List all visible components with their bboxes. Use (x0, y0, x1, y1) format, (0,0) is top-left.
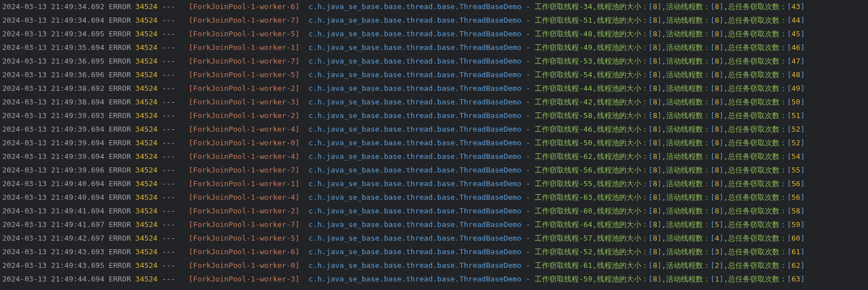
active-threads-value: 8 (715, 43, 719, 52)
spacer (522, 2, 526, 11)
spacer (175, 70, 188, 79)
msg-thread-prefix: 工作窃取线程-53, (535, 57, 596, 65)
spacer (299, 247, 308, 256)
pool-size-label: 线程池的大小： (597, 84, 649, 93)
active-threads-value: 8 (715, 138, 719, 147)
spacer (131, 70, 136, 79)
comma: , (662, 193, 666, 201)
bracket-close: ] (801, 125, 805, 133)
logger-class: c.h.java_se_base.base.thread.base.Thread… (308, 207, 522, 215)
spacer (104, 275, 109, 283)
msg-thread-prefix: 工作窃取线程-64, (535, 220, 596, 229)
comma: , (723, 261, 728, 270)
bracket-open: [ (787, 2, 791, 11)
logger-class: c.h.java_se_base.base.thread.base.Thread… (308, 220, 522, 229)
process-id: 34524 (136, 220, 158, 229)
steal-count-label: 总任务窃取次数： (728, 57, 787, 65)
spacer (131, 30, 136, 38)
active-threads-label: 活动线程数： (666, 98, 710, 106)
steal-count-value: 47 (791, 57, 801, 65)
log-level: ERROR (109, 193, 131, 201)
comma: , (723, 166, 728, 174)
steal-count-label: 总任务窃取次数： (728, 275, 787, 283)
msg-thread-prefix: 工作窃取线程-61, (535, 261, 596, 270)
bracket-close: ] (801, 152, 805, 161)
process-id: 34524 (136, 30, 158, 38)
steal-count-label: 总任务窃取次数： (728, 220, 787, 229)
bracket-close: ] (801, 261, 805, 270)
timestamp: 2024-03-13 21:49:38.692 (2, 84, 104, 93)
process-id: 34524 (136, 57, 158, 65)
comma: , (662, 179, 666, 188)
steal-count-value: 48 (791, 70, 801, 79)
timestamp: 2024-03-13 21:49:39.693 (2, 111, 104, 120)
spacer (104, 220, 109, 229)
spacer (175, 275, 188, 283)
thread-name: [ForkJoinPool-1-worker-5] (189, 70, 300, 79)
separator-dashes: --- (162, 220, 175, 229)
spacer (299, 98, 308, 106)
spacer (299, 111, 308, 120)
pool-size-label: 线程池的大小： (597, 98, 649, 106)
comma: , (723, 30, 728, 38)
bracket-close: ] (657, 30, 662, 38)
thread-name: [ForkJoinPool-1-worker-7] (189, 166, 300, 174)
log-line: 2024-03-13 21:49:40.694 ERROR 34524 --- … (2, 191, 866, 204)
pool-size-label: 线程池的大小： (597, 261, 649, 270)
msg-thread-prefix: 工作窃取线程-44, (535, 84, 596, 93)
spacer (104, 84, 109, 93)
log-level: ERROR (109, 43, 131, 52)
active-threads-label: 活动线程数： (666, 84, 710, 93)
bracket-close: ] (657, 166, 662, 174)
spacer (299, 234, 308, 242)
steal-count-value: 50 (791, 98, 801, 106)
comma: , (723, 84, 728, 93)
steal-count-value: 44 (791, 16, 801, 24)
steal-count-label: 总任务窃取次数： (728, 16, 787, 24)
logger-class: c.h.java_se_base.base.thread.base.Thread… (308, 166, 522, 174)
pool-size-label: 线程池的大小： (597, 193, 649, 201)
pool-size-label: 线程池的大小： (597, 247, 649, 256)
logger-class: c.h.java_se_base.base.thread.base.Thread… (308, 193, 522, 201)
timestamp: 2024-03-13 21:49:43.695 (2, 261, 104, 270)
spacer (131, 166, 136, 174)
bracket-close: ] (657, 70, 662, 79)
active-threads-value: 1 (715, 275, 719, 283)
comma: , (662, 247, 666, 256)
spacer (175, 193, 188, 201)
active-threads-value: 8 (715, 166, 719, 174)
thread-name: [ForkJoinPool-1-worker-6] (189, 247, 300, 256)
log-line: 2024-03-13 21:49:38.694 ERROR 34524 --- … (2, 95, 866, 109)
active-threads-label: 活动线程数： (666, 125, 710, 133)
comma: , (662, 84, 666, 93)
bracket-open: [ (710, 125, 715, 133)
active-threads-value: 8 (715, 30, 719, 38)
separator-dashes: --- (162, 166, 175, 174)
spacer (104, 16, 109, 24)
log-line: 2024-03-13 21:49:40.694 ERROR 34524 --- … (2, 177, 866, 191)
spacer (131, 125, 136, 133)
spacer (522, 275, 526, 283)
active-threads-value: 8 (715, 98, 719, 106)
timestamp: 2024-03-13 21:49:42.697 (2, 234, 104, 242)
timestamp: 2024-03-13 21:49:35.694 (2, 43, 104, 52)
timestamp: 2024-03-13 21:49:36.696 (2, 70, 104, 79)
spacer (131, 247, 136, 256)
bracket-open: [ (787, 84, 791, 93)
active-threads-label: 活动线程数： (666, 220, 710, 229)
spacer (104, 111, 109, 120)
process-id: 34524 (136, 166, 158, 174)
bracket-open: [ (710, 207, 715, 215)
bracket-close: ] (801, 275, 805, 283)
bracket-close: ] (801, 220, 805, 229)
log-output: 2024-03-13 21:49:34.692 ERROR 34524 --- … (0, 0, 868, 286)
active-threads-value: 3 (715, 247, 719, 256)
process-id: 34524 (136, 16, 158, 24)
log-level: ERROR (109, 179, 131, 188)
spacer (522, 152, 526, 161)
comma: , (662, 152, 666, 161)
comma: , (723, 152, 728, 161)
thread-name: [ForkJoinPool-1-worker-2] (189, 207, 300, 215)
bracket-open: [ (787, 166, 791, 174)
logger-class: c.h.java_se_base.base.thread.base.Thread… (308, 98, 522, 106)
